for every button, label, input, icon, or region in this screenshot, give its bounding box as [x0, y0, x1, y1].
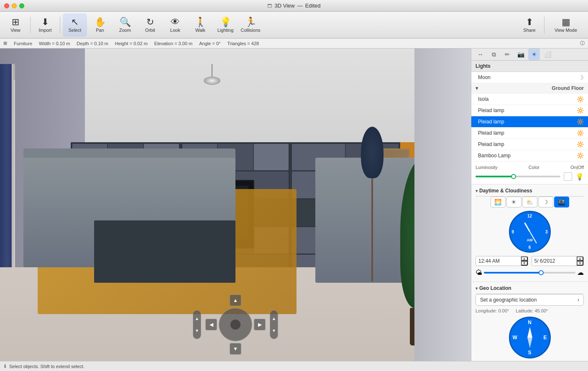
view-icon: ⊞ — [12, 18, 19, 27]
look-button[interactable]: 👁 Look — [163, 13, 187, 37]
walk-icon: 🚶 — [195, 18, 206, 27]
status-icon: ⊞ — [3, 41, 7, 46]
time-down-btn[interactable]: ▼ — [521, 261, 528, 266]
select-label: Select — [69, 28, 82, 33]
latitude-label: Latitude: 45.00° — [516, 308, 548, 313]
luminosity-slider-thumb[interactable] — [511, 174, 516, 179]
time-up-btn[interactable]: ▲ — [521, 256, 528, 261]
bamboo-label: Bamboo Lamp — [478, 153, 511, 159]
share-button[interactable]: ⬆ Share — [517, 13, 542, 37]
bamboo-row[interactable]: Bamboo Lamp 🔆 — [471, 150, 588, 161]
longitude-label: Longitude: 0.00° — [476, 308, 509, 313]
luminosity-slider-track[interactable] — [476, 176, 560, 177]
pan-button[interactable]: ✋ Pan — [88, 13, 112, 37]
panel-move-btn[interactable]: ↔ — [475, 49, 486, 60]
cloudiness-thumb[interactable] — [539, 270, 544, 275]
title-text: 3D View — [274, 3, 294, 9]
isola-row[interactable]: Isola 🔆 — [471, 94, 588, 105]
bamboo-icon: 🔆 — [577, 152, 584, 159]
pleiad3-icon: 🔆 — [577, 130, 584, 136]
ground-floor-row[interactable]: ▾ Ground Floor — [471, 83, 588, 94]
nav-down-right[interactable]: ▼ — [272, 328, 276, 333]
pleiad3-row[interactable]: Pleiad lamp 🔆 — [471, 128, 588, 139]
select-button[interactable]: ↖ Select — [63, 13, 87, 37]
title-subtitle: Edited — [305, 3, 321, 9]
date-down-btn[interactable]: ▼ — [577, 261, 583, 266]
clock-6: 6 — [529, 245, 531, 250]
nav-up-right[interactable]: ▲ — [272, 316, 276, 321]
view-button[interactable]: ⊞ View — [3, 13, 28, 37]
moon-row[interactable]: Moon ☽ — [471, 72, 588, 83]
nav-up-btn[interactable]: ▲ — [230, 294, 241, 306]
date-up-btn[interactable]: ▲ — [577, 256, 583, 261]
import-button[interactable]: ⬇ Import — [33, 13, 57, 37]
time-field[interactable]: 12:44 AM ▲ ▼ — [476, 256, 528, 266]
bottom-message: Select objects. Shift to extend select. — [9, 364, 84, 369]
share-icon: ⬆ — [526, 18, 533, 27]
bulb-icon[interactable]: 💡 — [575, 173, 584, 181]
nav-down-left[interactable]: ▼ — [195, 328, 199, 333]
ground-floor-arrow: ▾ — [476, 85, 478, 91]
collisions-button[interactable]: 🏃 Collisions — [238, 13, 263, 37]
nav-left-btn[interactable]: ◀ — [205, 319, 217, 330]
nav-center-ring[interactable] — [219, 308, 252, 341]
time-night-btn[interactable]: 🌃 — [554, 197, 569, 207]
minimize-button[interactable] — [12, 3, 17, 8]
nav-right-btn[interactable]: ▶ — [254, 319, 266, 330]
panel-camera-btn[interactable]: 📷 — [515, 49, 527, 60]
panel-sun-btn[interactable]: ☀ — [528, 49, 540, 60]
view-label: View — [10, 28, 20, 33]
view-mode-button[interactable]: ▦ View Mode — [547, 13, 585, 37]
date-value: 5/ 6/2012 — [532, 257, 577, 265]
nav-down-btn[interactable]: ▼ — [230, 343, 241, 355]
nav-center-btn[interactable] — [230, 320, 240, 330]
toolbar-separator-2 — [60, 17, 60, 33]
zoom-button[interactable]: 🔍 Zoom — [113, 13, 137, 37]
info-icon: ⓘ — [580, 40, 585, 46]
nav-up-left[interactable]: ▲ — [195, 316, 199, 321]
close-button[interactable] — [4, 3, 9, 8]
share-label: Share — [523, 28, 535, 33]
status-elevation: Elevation = 3.00 m — [154, 41, 192, 46]
isola-light-icon: 🔆 — [577, 96, 584, 102]
nav-vertical-left[interactable]: ▲ ▼ — [193, 310, 201, 339]
viewport[interactable]: ▲ ▼ ▲ ◀ ▶ ▼ ▲ ▼ — [0, 49, 471, 361]
lighting-button[interactable]: 💡 Lighting — [213, 13, 238, 37]
lamp-shade — [361, 127, 383, 178]
pleiad1-icon: 🔆 — [577, 107, 584, 114]
set-location-button[interactable]: Set a geographic location › — [476, 294, 584, 306]
isola-label: Isola — [478, 96, 488, 102]
title-separator: — — [297, 3, 303, 9]
panel-edit-btn[interactable]: ✏ — [501, 49, 513, 60]
sun-cloud-icon: 🌤 — [476, 269, 482, 276]
status-depth: Depth = 0.10 m — [77, 41, 108, 46]
time-input-row: 12:44 AM ▲ ▼ 5/ 6/2012 ▲ ▼ — [476, 256, 584, 266]
document-icon: 🗔 — [267, 3, 272, 8]
pleiad2-row[interactable]: Pleiad lamp 🔆 — [471, 116, 588, 128]
time-cloudy-btn[interactable]: ⛅ — [522, 197, 537, 207]
luminosity-slider-fill — [476, 176, 514, 177]
nav-vertical-right[interactable]: ▲ ▼ — [270, 310, 278, 339]
panel-floor-btn[interactable]: ⬜ — [542, 49, 553, 60]
time-day-btn[interactable]: ☀ — [506, 197, 522, 207]
time-moon-btn[interactable]: ☽ — [538, 197, 553, 207]
pleiad1-row[interactable]: Pleiad lamp 🔆 — [471, 105, 588, 116]
cloud-icon: ☁ — [577, 269, 584, 276]
time-buttons: 🌅 ☀ ⛅ ☽ 🌃 — [476, 197, 584, 207]
maximize-button[interactable] — [19, 3, 24, 8]
date-field[interactable]: 5/ 6/2012 ▲ ▼ — [532, 256, 584, 266]
status-height: Height = 0.02 m — [115, 41, 148, 46]
daytime-section: ▾ Daytime & Cloudiness 🌅 ☀ ⛅ ☽ 🌃 12 3 6 … — [471, 184, 588, 282]
color-swatch[interactable] — [564, 172, 572, 181]
time-dawn-btn[interactable]: 🌅 — [491, 197, 506, 207]
walk-button[interactable]: 🚶 Walk — [188, 13, 212, 37]
cloudiness-slider[interactable] — [484, 272, 575, 274]
pleiad4-icon: 🔆 — [577, 141, 584, 148]
traffic-lights[interactable] — [4, 3, 24, 8]
orbit-button[interactable]: ↻ Orbit — [138, 13, 162, 37]
lamp-pole — [371, 178, 373, 281]
panel-copy-btn[interactable]: ⧉ — [488, 49, 500, 60]
pleiad4-row[interactable]: Pleiad lamp 🔆 — [471, 139, 588, 150]
compass-needle-container — [527, 327, 532, 348]
toolbar: ⊞ View ⬇ Import ↖ Select ✋ Pan 🔍 Zoom ↻ … — [0, 12, 588, 38]
